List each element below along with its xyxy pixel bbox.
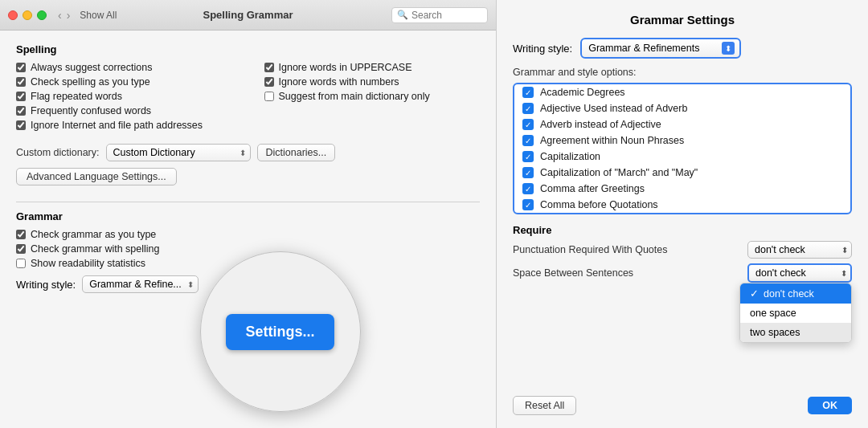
ignore-internet-item: Ignore Internet and file path addresses — [16, 120, 232, 131]
minimize-button[interactable] — [23, 10, 32, 20]
spelling-right-col: Ignore words in UPPERCASE Ignore words w… — [264, 62, 481, 134]
checkbox-academic-degrees[interactable]: ✓ — [522, 87, 534, 98]
zoom-button[interactable] — [37, 10, 47, 20]
check-grammar-type-item: Check grammar as you type — [16, 229, 480, 240]
window-title: Spelling Grammar — [203, 9, 293, 21]
ignore-numbers-checkbox[interactable] — [264, 77, 274, 87]
option-dont-check[interactable]: ✓ don't check — [740, 283, 851, 304]
suggest-main-dict-checkbox[interactable] — [264, 92, 274, 101]
list-item[interactable]: ✓ Adjective Used instead of Adverb — [514, 100, 850, 116]
flag-repeated-checkbox[interactable] — [16, 92, 26, 101]
flag-repeated-item: Flag repeated words — [16, 91, 232, 102]
adverb-adjective-label: Adverb instead of Adjective — [540, 119, 661, 130]
agreement-noun-label: Agreement within Noun Phrases — [540, 135, 684, 146]
writing-style-select-right[interactable]: Grammar & Refinements ⬍ — [580, 38, 741, 59]
dictionaries-button[interactable]: Dictionaries... — [257, 144, 336, 161]
adjective-adverb-label: Adjective Used instead of Adverb — [540, 103, 687, 114]
writing-style-label: Writing style: — [16, 279, 76, 291]
ok-button[interactable]: OK — [808, 397, 852, 414]
space-select[interactable]: don't check ⬍ — [747, 263, 852, 283]
check-as-type-checkbox[interactable] — [16, 77, 26, 87]
suggest-main-dict-label: Suggest from main dictionary only — [279, 91, 430, 102]
ignore-uppercase-checkbox[interactable] — [264, 63, 274, 72]
option-one-space[interactable]: one space — [740, 304, 851, 323]
spelling-options: Always suggest corrections Check spellin… — [16, 62, 480, 134]
frequently-confused-item: Frequently confused words — [16, 105, 232, 116]
custom-dict-select[interactable]: Custom Dictionary — [106, 144, 251, 161]
space-dropdown-menu: ✓ don't check one space two spaces — [739, 283, 852, 343]
writing-style-label-right: Writing style: — [513, 43, 572, 55]
list-item[interactable]: ✓ Capitalization — [514, 149, 850, 165]
check-grammar-spelling-item: Check grammar with spelling — [16, 243, 480, 255]
advanced-language-button[interactable]: Advanced Language Settings... — [16, 168, 177, 185]
ignore-uppercase-item: Ignore words in UPPERCASE — [264, 62, 481, 73]
check-grammar-spelling-label: Check grammar with spelling — [31, 243, 159, 255]
checkbox-agreement-noun[interactable]: ✓ — [522, 135, 534, 146]
show-readability-label: Show readability statistics — [31, 258, 145, 269]
frequently-confused-checkbox[interactable] — [16, 106, 26, 116]
grammar-options-list: ✓ Academic Degrees ✓ Adjective Used inst… — [513, 83, 852, 214]
frequently-confused-label: Frequently confused words — [31, 105, 151, 116]
check-as-type-label: Check spelling as you type — [31, 76, 150, 88]
show-readability-checkbox[interactable] — [16, 259, 26, 268]
custom-dict-label: Custom dictionary: — [16, 147, 100, 158]
space-dropdown-arrow-icon: ⬍ — [841, 269, 847, 278]
back-button[interactable]: ‹ — [56, 9, 63, 22]
show-all-link[interactable]: Show All — [80, 10, 117, 21]
list-item[interactable]: ✓ Comma after Greetings — [514, 181, 850, 197]
check-grammar-spelling-checkbox[interactable] — [16, 244, 26, 254]
check-as-type-item: Check spelling as you type — [16, 76, 232, 88]
space-between-label: Space Between Sentences — [513, 267, 633, 279]
option-two-spaces[interactable]: two spaces — [740, 323, 851, 342]
always-suggest-item: Always suggest corrections — [16, 62, 232, 73]
ignore-numbers-item: Ignore words with numbers — [264, 76, 481, 88]
checkbox-capitalization-march[interactable]: ✓ — [522, 167, 534, 178]
grammar-settings-title: Grammar Settings — [513, 13, 852, 26]
search-bar[interactable]: 🔍 — [391, 7, 488, 23]
suggest-main-dict-item: Suggest from main dictionary only — [264, 91, 481, 102]
option-one-space-label: one space — [750, 308, 796, 319]
list-item[interactable]: ✓ Academic Degrees — [514, 84, 850, 100]
settings-button[interactable]: Settings... — [226, 314, 334, 350]
writing-style-row-right: Writing style: Grammar & Refinements ⬍ — [513, 38, 852, 59]
writing-style-select[interactable]: Grammar & Refine... — [82, 275, 199, 293]
close-button[interactable] — [8, 10, 18, 20]
checkmark-icon: ✓ — [750, 287, 759, 300]
titlebar: ‹ › Show All Spelling Grammar 🔍 — [0, 0, 496, 31]
list-item[interactable]: ✓ Adverb instead of Adjective — [514, 116, 850, 132]
space-value: don't check — [755, 267, 806, 279]
ignore-numbers-label: Ignore words with numbers — [279, 76, 399, 88]
checkbox-adverb-adjective[interactable]: ✓ — [522, 119, 534, 130]
left-panel: ‹ › Show All Spelling Grammar 🔍 Spelling… — [0, 0, 497, 428]
checkbox-capitalization[interactable]: ✓ — [522, 151, 534, 162]
space-dropdown-container: don't check ⬍ ✓ don't check one space tw… — [747, 263, 852, 283]
ignore-internet-label: Ignore Internet and file path addresses — [31, 120, 203, 131]
nav-arrows: ‹ › — [56, 9, 72, 22]
punctuation-select[interactable]: don't check ⬍ — [747, 241, 852, 259]
always-suggest-label: Always suggest corrections — [31, 62, 152, 73]
checkbox-comma-quotations[interactable]: ✓ — [522, 199, 534, 210]
require-label: Require — [513, 224, 852, 236]
require-section: Require Punctuation Required With Quotes… — [513, 224, 852, 287]
search-icon: 🔍 — [397, 10, 408, 20]
capitalization-label: Capitalization — [540, 151, 600, 162]
ignore-internet-checkbox[interactable] — [16, 120, 26, 130]
right-panel: Grammar Settings Writing style: Grammar … — [497, 0, 868, 428]
option-dont-check-label: don't check — [764, 288, 814, 300]
check-grammar-type-checkbox[interactable] — [16, 230, 26, 239]
forward-button[interactable]: › — [65, 9, 72, 22]
punctuation-value: don't check — [755, 244, 805, 255]
list-item[interactable]: ✓ Capitalization of "March" and "May" — [514, 165, 850, 181]
dropdown-arrow-icon: ⬍ — [841, 246, 848, 255]
custom-dict-row: Custom dictionary: Custom Dictionary Dic… — [16, 144, 480, 161]
always-suggest-checkbox[interactable] — [16, 63, 26, 72]
checkbox-comma-greetings[interactable]: ✓ — [522, 183, 534, 194]
checkbox-adjective-adverb[interactable]: ✓ — [522, 103, 534, 114]
list-item[interactable]: ✓ Comma before Quotations — [514, 197, 850, 213]
traffic-lights — [8, 10, 47, 20]
writing-style-value-right: Grammar & Refinements — [588, 43, 699, 54]
reset-all-button[interactable]: Reset All — [513, 396, 576, 415]
search-input[interactable] — [411, 10, 484, 21]
list-item[interactable]: ✓ Agreement within Noun Phrases — [514, 132, 850, 149]
punctuation-label: Punctuation Required With Quotes — [513, 244, 667, 255]
